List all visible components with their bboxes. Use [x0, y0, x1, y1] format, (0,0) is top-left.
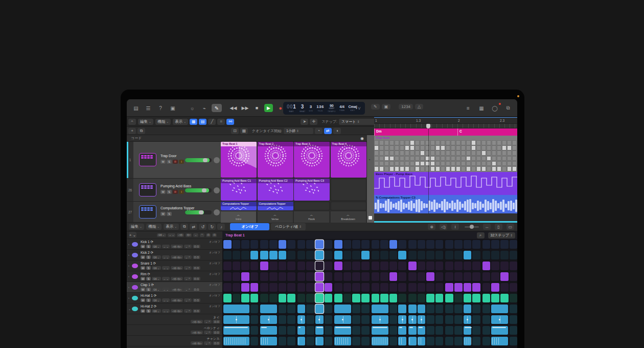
beat-ruler[interactable] [374, 124, 517, 128]
step-on[interactable] [500, 294, 509, 302]
step-off[interactable] [418, 251, 426, 259]
step-off[interactable] [472, 272, 480, 281]
step-on[interactable] [269, 251, 278, 259]
step-off[interactable] [250, 262, 259, 270]
substep-off[interactable] [482, 315, 491, 324]
rewind-button[interactable]: ◀◀ [229, 104, 238, 112]
subrow-control[interactable]: ⌄ ⌃ [204, 331, 212, 334]
duplicate-button[interactable]: ⧉ [137, 128, 145, 134]
speaker-icon[interactable]: ◁) [440, 224, 447, 230]
tie-step[interactable] [464, 315, 472, 324]
step-on[interactable] [315, 272, 324, 281]
m-button[interactable]: M [160, 160, 166, 164]
drum-step[interactable] [446, 161, 450, 166]
s-button[interactable]: S [146, 309, 151, 313]
drum-step[interactable] [405, 140, 409, 145]
row-control[interactable]: ⌄ ⌃ [184, 245, 192, 248]
step-count-select[interactable]: 32ステップ ⇕ [488, 232, 515, 238]
drum-step[interactable] [481, 140, 486, 145]
step-on[interactable] [334, 294, 342, 302]
step-off[interactable] [408, 272, 417, 281]
step-off[interactable] [260, 240, 268, 249]
step-off[interactable] [260, 272, 268, 281]
substep-off[interactable] [445, 337, 453, 345]
add-row-button[interactable]: + ⌄ [129, 232, 136, 238]
drum-step[interactable] [497, 140, 501, 145]
drum-step[interactable] [441, 145, 445, 150]
substep-off[interactable] [454, 315, 463, 324]
row-control[interactable]: ◁⦿ ⦿▷ [171, 288, 183, 291]
loop-cell[interactable]: Pumping Acid Bass C2 [258, 179, 293, 201]
drum-step[interactable] [400, 145, 404, 150]
step-on[interactable] [454, 283, 463, 292]
chance-step[interactable] [260, 337, 277, 345]
step-on[interactable] [315, 283, 324, 292]
step-off[interactable] [435, 251, 444, 259]
m-button[interactable]: M [160, 212, 166, 216]
step-off[interactable] [250, 240, 259, 249]
volume-knob[interactable] [203, 158, 208, 162]
drum-step[interactable] [441, 140, 445, 145]
s-button[interactable]: S [146, 298, 151, 302]
drum-step[interactable] [420, 140, 425, 145]
scene-trigger[interactable]: ︿Breakdown [331, 211, 366, 223]
step-off[interactable] [297, 272, 306, 281]
drum-step[interactable] [384, 156, 389, 161]
track-header[interactable]: 1Trap DoorMSRI [127, 142, 221, 179]
step-on[interactable] [361, 251, 370, 259]
drum-step[interactable] [466, 140, 471, 145]
drum-step[interactable] [425, 150, 430, 156]
editors-icon[interactable]: ▣ [168, 104, 178, 112]
level-meter[interactable] [185, 158, 212, 162]
sequencer-track-row[interactable]: ›Kick 1 ⟳オン/オフMS/16 ⌄→ ⌄◁⦿ ⦿▷⌄ ⌃⊡ ⊡ [127, 239, 222, 250]
loop-cell[interactable]: Trap Beat 4 [331, 142, 366, 178]
drum-step[interactable] [461, 156, 466, 161]
step-off[interactable] [380, 272, 388, 281]
step-off[interactable] [233, 294, 241, 302]
drum-step[interactable] [395, 145, 399, 150]
step-off[interactable] [408, 251, 417, 259]
step-off[interactable] [398, 294, 406, 302]
drum-step[interactable] [430, 156, 435, 161]
row-control[interactable]: ◁⦿ ⦿▷ [171, 255, 183, 259]
step-off[interactable] [418, 283, 426, 292]
r-button[interactable]: R [173, 160, 178, 164]
s-button[interactable]: S [167, 212, 172, 216]
drum-step[interactable] [487, 150, 491, 156]
pencil-tool-icon[interactable]: ╱ [208, 119, 216, 125]
drum-step[interactable] [384, 150, 389, 156]
empty-cell[interactable] [331, 202, 366, 210]
step-off[interactable] [380, 251, 388, 259]
step-off[interactable] [510, 262, 517, 270]
step-off[interactable] [372, 240, 380, 249]
row-control[interactable]: /16 ⌄ [152, 309, 161, 313]
list-editors-icon[interactable]: ≡ [463, 104, 473, 112]
velocity-step[interactable] [223, 326, 249, 335]
step-off[interactable] [343, 272, 352, 281]
expand-chevron-icon[interactable]: › [128, 275, 129, 278]
drum-step[interactable] [410, 140, 415, 145]
drum-step[interactable] [481, 156, 486, 161]
step-off[interactable] [241, 240, 249, 249]
step-off[interactable] [418, 240, 426, 249]
drum-step[interactable] [512, 150, 517, 156]
step-off[interactable] [269, 262, 278, 270]
row-control[interactable]: ⌄ ⌃ [184, 266, 192, 270]
drum-step[interactable] [492, 161, 496, 166]
chord-segment[interactable]: Dm [374, 128, 457, 136]
step-off[interactable] [260, 283, 268, 292]
step-off[interactable] [343, 283, 352, 292]
step-on[interactable] [389, 294, 398, 302]
drum-step[interactable] [379, 145, 384, 150]
step-off[interactable] [380, 262, 388, 270]
step-on[interactable] [435, 294, 444, 302]
drum-step[interactable] [451, 145, 455, 150]
drum-step[interactable] [446, 140, 450, 145]
step-on[interactable] [241, 283, 249, 292]
velocity-mode-select[interactable]: ベロシティ/値 ⇕ [271, 223, 306, 230]
tie-step[interactable] [372, 315, 388, 324]
seq-menu-edit[interactable]: 編集 ⌄ [129, 224, 144, 230]
drum-step[interactable] [497, 145, 501, 150]
row-control[interactable]: ⊡ ⊡ [193, 298, 200, 302]
step-on[interactable] [223, 240, 232, 249]
